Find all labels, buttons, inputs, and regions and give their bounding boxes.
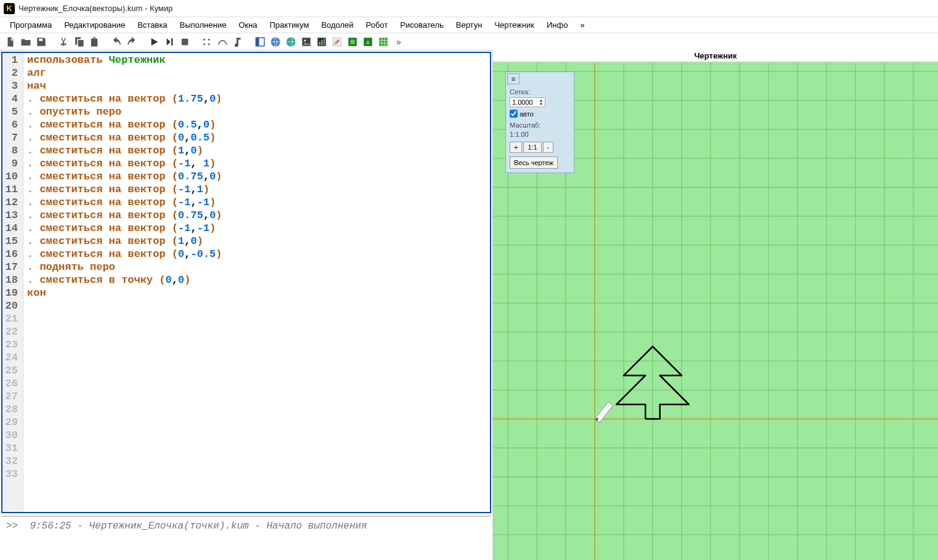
svg-rect-6 <box>256 38 259 46</box>
console-prompt: >> <box>6 521 18 532</box>
menu-bar: ПрограммаРедактированиеВставкаВыполнение… <box>0 17 938 33</box>
code-line[interactable]: . сместиться на вектор (0.75,0) <box>27 209 222 222</box>
code-line[interactable]: . сместиться на вектор (1,0) <box>27 144 222 157</box>
menu-11[interactable]: Инфо <box>540 18 574 32</box>
svg-point-2 <box>203 43 205 45</box>
menu-5[interactable]: Практикум <box>263 18 315 32</box>
more-icon[interactable]: » <box>392 35 406 49</box>
copy-icon[interactable] <box>72 35 86 49</box>
canvas-controls-panel: ≡ Сетка: ▲▼ авто Масштаб: 1:1.00 + <box>505 71 574 173</box>
svg-point-3 <box>208 38 210 40</box>
panel1-icon[interactable] <box>253 35 267 49</box>
redo-icon[interactable] <box>125 35 139 49</box>
console-text: 9:56:25 - Чертежник_Елочка(точки).kum - … <box>30 521 367 532</box>
left-pane: 1234567891011121314151617181920212223242… <box>0 51 493 560</box>
code-line[interactable]: использовать Чертежник <box>27 54 222 67</box>
menu-2[interactable]: Вставка <box>131 18 173 32</box>
canvas-title: Чертежник <box>493 50 938 62</box>
step-icon[interactable] <box>163 35 176 49</box>
code-line[interactable]: . опустить перо <box>27 105 222 118</box>
title-bar: K Чертежник_Елочка(векторы).kum - Кумир <box>0 0 938 17</box>
code-line[interactable]: . сместиться на вектор (-1,-1) <box>27 196 222 209</box>
svg-rect-0 <box>182 38 189 45</box>
toggle-dots-icon[interactable] <box>200 35 214 49</box>
svg-rect-19 <box>379 38 388 46</box>
code-line[interactable]: . сместиться в точку (0,0) <box>27 274 222 286</box>
code-editor[interactable]: 1234567891011121314151617181920212223242… <box>1 52 491 513</box>
code-line[interactable]: . поднять перо <box>27 261 222 274</box>
zoom-out-button[interactable]: - <box>543 142 554 153</box>
stop-icon[interactable] <box>178 35 192 49</box>
globe-blue-icon[interactable] <box>269 35 282 49</box>
pencil-icon[interactable] <box>330 35 344 49</box>
undo-icon[interactable] <box>110 35 123 49</box>
new-file-icon[interactable] <box>4 35 17 49</box>
code-line[interactable]: . сместиться на вектор (-1,-1) <box>27 222 222 235</box>
menu-0[interactable]: Программа <box>4 18 58 32</box>
paste-icon[interactable] <box>88 35 101 49</box>
code-line[interactable]: . сместиться на вектор (0.5,0) <box>27 118 222 131</box>
grid-label: Сетка: <box>510 88 570 95</box>
zoom-reset-button[interactable]: 1:1 <box>523 142 541 153</box>
code-line[interactable]: . сместиться на вектор (-1, 1) <box>27 157 222 170</box>
code-line[interactable]: . сместиться на вектор (1,0) <box>27 235 222 248</box>
code-line[interactable]: алг <box>27 67 222 79</box>
menu-8[interactable]: Рисователь <box>394 18 449 32</box>
scale-label: Масштаб: <box>510 121 570 129</box>
globe-teal-icon[interactable] <box>284 35 298 49</box>
code-line[interactable]: . сместиться на вектор (0,-0.5) <box>27 248 222 261</box>
note-icon[interactable] <box>231 35 245 49</box>
image-icon[interactable] <box>300 35 313 49</box>
grid-value-input[interactable] <box>512 99 539 106</box>
code-line[interactable]: нач <box>27 79 222 92</box>
menu-9[interactable]: Вертун <box>450 18 489 32</box>
auto-checkbox[interactable] <box>510 110 518 118</box>
run-icon[interactable] <box>147 35 161 49</box>
green1-icon[interactable] <box>346 35 359 49</box>
line-number-gutter: 1234567891011121314151617181920212223242… <box>2 53 23 512</box>
menu-10[interactable]: Чертежник <box>488 18 540 32</box>
svg-point-1 <box>203 38 205 40</box>
svg-rect-12 <box>319 42 320 45</box>
svg-point-4 <box>208 43 210 45</box>
canvas-pane: Чертежник ≡ Сетка: ▲▼ авто Масштаб: <box>493 51 938 560</box>
cut-icon[interactable] <box>57 35 70 49</box>
code-line[interactable]: . сместиться на вектор (0,0.5) <box>27 131 222 144</box>
svg-rect-17 <box>350 39 355 44</box>
auto-label: авто <box>520 110 534 118</box>
zoom-in-button[interactable]: + <box>510 142 522 153</box>
window-title: Чертежник_Елочка(векторы).kum - Кумир <box>18 4 173 13</box>
panel-toggle-icon[interactable]: ≡ <box>507 73 520 84</box>
canvas-area[interactable]: ≡ Сетка: ▲▼ авто Масштаб: 1:1.00 + <box>493 63 938 560</box>
code-line[interactable]: . сместиться на вектор (-1,1) <box>27 183 222 196</box>
svg-rect-14 <box>324 38 325 45</box>
open-file-icon[interactable] <box>19 35 33 49</box>
fit-all-button[interactable]: Весь чертеж <box>510 156 558 169</box>
svg-point-10 <box>304 39 306 41</box>
trace-icon[interactable] <box>216 35 229 49</box>
menu-3[interactable]: Выполнение <box>173 18 232 32</box>
green2-icon[interactable] <box>361 35 375 49</box>
code-line[interactable]: . сместиться на вектор (0.75,0) <box>27 170 222 183</box>
code-line[interactable]: . сместиться на вектор (1.75,0) <box>27 92 222 105</box>
toolbar: » <box>0 33 938 51</box>
menu-1[interactable]: Редактирование <box>58 18 131 32</box>
menu-12[interactable]: » <box>574 18 590 32</box>
grid-spinner[interactable]: ▲▼ <box>510 97 545 107</box>
code-content[interactable]: использовать Чертежникалгнач. сместиться… <box>23 53 226 512</box>
scale-value: 1:1.00 <box>510 131 570 138</box>
app-icon: K <box>4 3 15 14</box>
svg-rect-13 <box>321 40 322 45</box>
output-console: >> 9:56:25 - Чертежник_Елочка(точки).kum… <box>1 516 491 559</box>
menu-4[interactable]: Окна <box>232 18 263 32</box>
menu-7[interactable]: Робот <box>360 18 394 32</box>
save-file-icon[interactable] <box>35 35 48 49</box>
code-line[interactable]: кон <box>27 286 222 299</box>
main-area: 1234567891011121314151617181920212223242… <box>0 51 938 560</box>
chart-icon[interactable] <box>315 35 328 49</box>
menu-6[interactable]: Водолей <box>315 18 359 32</box>
grid-icon[interactable] <box>377 35 390 49</box>
